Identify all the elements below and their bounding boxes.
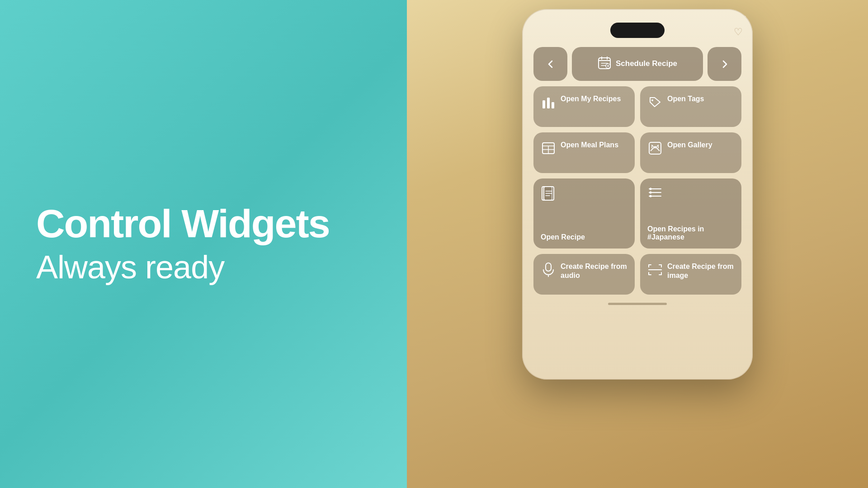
open-my-recipes-label: Open My Recipes (561, 94, 621, 103)
phone-frame: ♡ ♩ ⌂ (522, 9, 753, 380)
open-recipes-japanese-icon (647, 186, 663, 202)
open-recipes-japanese-button[interactable]: Open Recipes in #Japanese (640, 178, 741, 249)
hero-title: Control Widgets (36, 203, 330, 244)
bar-chart-icon (541, 94, 556, 110)
svg-rect-9 (547, 98, 550, 108)
open-tags-label: Open Tags (667, 94, 704, 103)
buttons-row-4: Create Recipe from audio Create Recipe f… (533, 254, 741, 295)
open-gallery-label: Open Gallery (667, 141, 712, 150)
hero-text: Control Widgets Always ready (36, 203, 330, 285)
open-gallery-button[interactable]: Open Gallery (640, 132, 741, 173)
create-recipe-audio-label: Create Recipe from audio (561, 262, 627, 280)
forward-dot (745, 13, 749, 17)
create-recipe-image-label: Create Recipe from image (667, 262, 734, 280)
open-tags-button[interactable]: Open Tags (640, 86, 741, 127)
buttons-row-2: Open Meal Plans Open Gallery (533, 132, 741, 173)
schedule-icon (598, 56, 611, 72)
dynamic-island (610, 23, 665, 38)
svg-point-27 (650, 195, 652, 197)
svg-point-25 (650, 192, 652, 194)
svg-point-23 (650, 188, 652, 190)
open-recipes-japanese-label: Open Recipes in #Japanese (647, 225, 734, 241)
hero-subtitle: Always ready (36, 249, 330, 285)
left-panel: Control Widgets Always ready (0, 0, 407, 488)
forward-button[interactable] (708, 47, 741, 81)
open-recipe-icon (541, 186, 557, 204)
scan-icon (647, 262, 663, 277)
right-panel: ♡ ♩ ⌂ (407, 0, 868, 488)
heart-icon: ♡ (734, 26, 743, 38)
home-indicator (608, 303, 667, 305)
back-button[interactable] (533, 47, 567, 81)
buttons-row-1: Open My Recipes Open Tags (533, 86, 741, 127)
open-recipe-label: Open Recipe (541, 233, 585, 241)
open-recipe-button[interactable]: Open Recipe (533, 178, 635, 249)
svg-rect-28 (546, 263, 551, 271)
svg-rect-8 (542, 100, 545, 108)
schedule-label: Schedule Recipe (616, 59, 677, 68)
open-meal-plans-label: Open Meal Plans (561, 141, 618, 150)
nav-row: Schedule Recipe (533, 47, 741, 81)
meal-plans-icon (541, 141, 556, 156)
tag-icon (647, 94, 663, 110)
create-recipe-audio-button[interactable]: Create Recipe from audio (533, 254, 635, 295)
create-recipe-image-button[interactable]: Create Recipe from image (640, 254, 741, 295)
svg-point-11 (651, 99, 653, 101)
buttons-row-3: Open Recipe Open Recipes in #Japanese (533, 178, 741, 249)
mic-icon (541, 262, 556, 277)
open-my-recipes-button[interactable]: Open My Recipes (533, 86, 635, 127)
svg-rect-10 (552, 102, 554, 108)
gallery-icon (647, 141, 663, 156)
open-meal-plans-button[interactable]: Open Meal Plans (533, 132, 635, 173)
schedule-recipe-button[interactable]: Schedule Recipe (572, 47, 703, 81)
